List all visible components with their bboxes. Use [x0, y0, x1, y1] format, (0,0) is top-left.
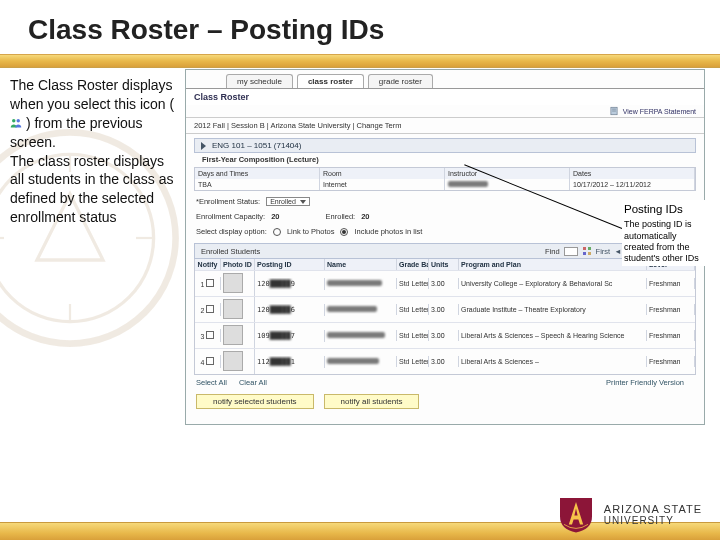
row-num: 4 — [201, 359, 205, 366]
chevron-down-icon — [300, 200, 306, 204]
grid-view-icon[interactable] — [582, 246, 592, 256]
posting-suffix: 6 — [291, 306, 295, 314]
cell-program: Liberal Arts & Sciences – Speech & Heari… — [459, 330, 647, 341]
tab-strip: my schedule class roster grade roster — [186, 70, 704, 88]
posting-ids-callout: Posting IDs The posting ID is automatica… — [622, 200, 710, 266]
photo-thumbnail — [223, 299, 243, 319]
radio-link-photos[interactable] — [273, 228, 281, 236]
svg-rect-11 — [583, 247, 586, 250]
photo-thumbnail — [223, 325, 243, 345]
cell-level: Freshman — [647, 278, 695, 289]
cell-grade: Std Letter — [397, 356, 429, 367]
cell-program: Liberal Arts & Sciences – — [459, 356, 647, 367]
cell-grade: Std Letter — [397, 278, 429, 289]
sched-hdr-dates: Dates — [570, 168, 695, 179]
row-num: 2 — [201, 307, 205, 314]
cell-units: 3.00 — [429, 356, 459, 367]
sched-hdr-days: Days and Times — [195, 168, 320, 179]
course-header-bar[interactable]: ENG 101 – 1051 (71404) — [194, 138, 696, 153]
sched-hdr-instructor: Instructor — [445, 168, 570, 179]
explanatory-text-part1: The Class Roster displays when you selec… — [10, 77, 174, 112]
hdr-notify: Notify — [195, 259, 221, 270]
printer-friendly-link[interactable]: Printer Friendly Version — [606, 378, 684, 387]
notify-checkbox[interactable] — [206, 357, 214, 365]
opt-include-photos-label: Include photos in list — [354, 227, 422, 236]
posting-prefix: 120 — [257, 280, 270, 288]
hdr-units: Units — [429, 259, 459, 270]
cell-level: Freshman — [647, 356, 695, 367]
notify-checkbox[interactable] — [206, 279, 214, 287]
notify-all-button[interactable]: notify all students — [324, 394, 420, 409]
posting-prefix: 112 — [257, 358, 270, 366]
table-row: 2 120█████6 Std Letter 3.00 Graduate Ins… — [195, 296, 695, 322]
posting-suffix: 1 — [291, 358, 295, 366]
hdr-name: Name — [325, 259, 397, 270]
enrolled-label: Enrolled: — [326, 212, 356, 221]
cell-units: 3.00 — [429, 278, 459, 289]
sched-instructor — [445, 179, 570, 190]
hdr-program: Program and Plan — [459, 259, 647, 270]
course-subtitle: First-Year Composition (Lecture) — [186, 155, 704, 164]
logo-line2: UNIVERSITY — [604, 515, 702, 526]
find-input-placeholder[interactable] — [564, 247, 578, 256]
svg-point-7 — [17, 119, 20, 122]
cell-program: University College – Exploratory & Behav… — [459, 278, 647, 289]
row-num: 3 — [201, 333, 205, 340]
tab-grade-roster[interactable]: grade roster — [368, 74, 433, 88]
people-icon — [10, 117, 22, 129]
callout-body: The posting ID is automatically created … — [624, 219, 708, 264]
title-divider-band — [0, 54, 720, 68]
svg-rect-13 — [583, 252, 586, 255]
enrolled-value: 20 — [361, 212, 369, 221]
explanatory-text: The Class Roster displays when you selec… — [10, 76, 178, 227]
sched-days: TBA — [195, 179, 320, 190]
capacity-label: Enrollment Capacity: — [196, 212, 265, 221]
enrolled-students-title: Enrolled Students — [201, 247, 260, 256]
ferpa-link-row: View FERPA Statement — [186, 105, 704, 117]
table-row: 3 109█████7 Std Letter 3.00 Liberal Arts… — [195, 322, 695, 348]
selection-row: Select All Clear All Printer Friendly Ve… — [186, 375, 704, 390]
photo-thumbnail — [223, 273, 243, 293]
content-area: The Class Roster displays when you selec… — [0, 68, 720, 488]
cell-level: Freshman — [647, 330, 695, 341]
hdr-grade: Grade Basis — [397, 259, 429, 270]
cell-units: 3.00 — [429, 304, 459, 315]
svg-rect-12 — [588, 247, 591, 250]
svg-rect-14 — [588, 252, 591, 255]
radio-include-photos[interactable] — [340, 228, 348, 236]
table-row: 4 112█████1 Std Letter 3.00 Liberal Arts… — [195, 348, 695, 374]
opt-link-photos-label: Link to Photos — [287, 227, 335, 236]
asu-logo: ARIZONA STATE UNIVERSITY — [556, 494, 702, 534]
callout-title: Posting IDs — [624, 202, 708, 216]
cell-grade: Std Letter — [397, 304, 429, 315]
roster-table: Notify Photo ID Posting ID Name Grade Ba… — [194, 259, 696, 375]
nav-first[interactable]: First — [596, 247, 611, 256]
notify-selected-button[interactable]: notify selected students — [196, 394, 314, 409]
slide-footer: ARIZONA STATE UNIVERSITY — [0, 522, 720, 540]
table-row: 1 120█████9 Std Letter 3.00 University C… — [195, 270, 695, 296]
asu-shield-icon — [556, 494, 596, 534]
tab-my-schedule[interactable]: my schedule — [226, 74, 293, 88]
select-all-link[interactable]: Select All — [196, 378, 227, 387]
explanatory-text-part3: The class roster displays all students i… — [10, 153, 173, 226]
expand-triangle-icon — [201, 142, 206, 150]
explanatory-text-part2: ) from the previous screen. — [10, 115, 143, 150]
notify-checkbox[interactable] — [206, 305, 214, 313]
enroll-status-label: *Enrollment Status: — [196, 197, 260, 206]
sched-dates: 10/17/2012 – 12/11/2012 — [570, 179, 695, 190]
enroll-status-select[interactable]: Enrolled — [266, 197, 310, 206]
sched-room: Internet — [320, 179, 445, 190]
svg-point-6 — [12, 119, 15, 122]
action-button-row: notify selected students notify all stud… — [186, 390, 704, 415]
notify-checkbox[interactable] — [206, 331, 214, 339]
cell-program: Graduate Institute – Theatre Exploratory — [459, 304, 647, 315]
logo-line1: ARIZONA STATE — [604, 503, 702, 515]
ferpa-link[interactable]: View FERPA Statement — [623, 108, 696, 115]
posting-prefix: 120 — [257, 306, 270, 314]
posting-prefix: 109 — [257, 332, 270, 340]
clear-all-link[interactable]: Clear All — [239, 378, 267, 387]
hdr-posting: Posting ID — [255, 259, 325, 270]
posting-suffix: 9 — [291, 280, 295, 288]
posting-suffix: 7 — [291, 332, 295, 340]
tab-class-roster[interactable]: class roster — [297, 74, 364, 88]
